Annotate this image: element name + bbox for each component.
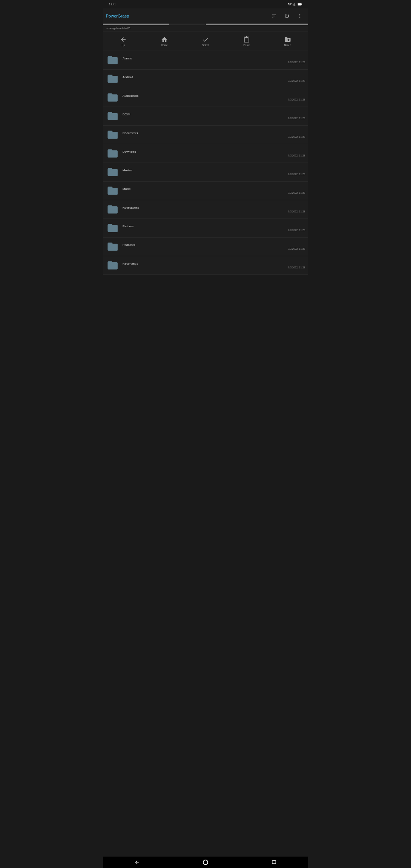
- file-item[interactable]: Android 7/7/2022, 11:28: [103, 70, 308, 88]
- file-date: 7/7/2022, 11:28: [288, 191, 305, 194]
- file-name: DCIM: [123, 113, 130, 116]
- file-name: Alarms: [123, 57, 132, 60]
- nav-home-button[interactable]: Home: [155, 35, 174, 48]
- file-date: 7/7/2022, 11:28: [288, 98, 305, 101]
- home-icon: [161, 36, 168, 43]
- battery-icon: [298, 2, 302, 6]
- file-item[interactable]: DCIM 7/7/2022, 11:28: [103, 107, 308, 126]
- more-button[interactable]: [295, 11, 305, 21]
- status-time: 11:41: [109, 3, 116, 6]
- app-bar: PowerGrasp: [103, 8, 308, 24]
- signal-icon: [293, 2, 296, 6]
- file-item[interactable]: Pictures 7/7/2022, 11:28: [103, 219, 308, 238]
- scroll-thumb-left: [103, 24, 169, 25]
- file-item[interactable]: Podcasts 7/7/2022, 11:28: [103, 238, 308, 256]
- folder-icon: [106, 203, 119, 216]
- file-name: Android: [123, 75, 133, 79]
- file-date: 7/7/2022, 11:28: [288, 154, 305, 157]
- file-list: Alarms 7/7/2022, 11:28 Android 7/7/2022,…: [103, 51, 308, 275]
- file-name: Podcasts: [123, 243, 135, 247]
- file-name: Recordings: [123, 262, 138, 265]
- file-item[interactable]: Movies 7/7/2022, 11:28: [103, 163, 308, 182]
- file-date: 7/7/2022, 11:28: [288, 229, 305, 231]
- file-name: Movies: [123, 169, 132, 172]
- file-item[interactable]: Audiobooks 7/7/2022, 11:28: [103, 88, 308, 107]
- nav-new-folder-button[interactable]: New f.: [279, 35, 297, 48]
- scroll-track-right: [206, 24, 309, 25]
- app-title: PowerGrasp: [106, 14, 266, 18]
- svg-rect-2: [298, 3, 301, 5]
- file-name: Music: [123, 187, 131, 191]
- nav-up-button[interactable]: Up: [114, 35, 132, 48]
- svg-rect-1: [301, 4, 302, 5]
- file-name: Notifications: [123, 206, 139, 209]
- scroll-thumb-right: [206, 24, 309, 25]
- up-icon: [120, 36, 127, 43]
- file-date: 7/7/2022, 11:28: [288, 117, 305, 120]
- file-date: 7/7/2022, 11:28: [288, 136, 305, 138]
- file-name: Documents: [123, 131, 138, 135]
- paste-icon: [243, 36, 250, 43]
- folder-icon: [106, 147, 119, 160]
- nav-paste-button[interactable]: Paste: [237, 35, 256, 48]
- power-button[interactable]: [282, 11, 292, 21]
- scroll-track-left: [103, 24, 206, 25]
- folder-icon: [106, 53, 119, 67]
- file-date: 7/7/2022, 11:28: [288, 80, 305, 82]
- select-icon: [202, 36, 209, 43]
- file-name: Pictures: [123, 225, 134, 228]
- file-item[interactable]: Recordings 7/7/2022, 11:28: [103, 256, 308, 275]
- status-icons: [288, 2, 302, 6]
- nav-select-label: Select: [202, 44, 209, 46]
- file-name: Download: [123, 150, 136, 153]
- folder-icon: [106, 91, 119, 104]
- folder-icon: [106, 165, 119, 179]
- folder-icon: [106, 72, 119, 86]
- file-date: 7/7/2022, 11:28: [288, 266, 305, 269]
- sort-button[interactable]: [269, 11, 279, 21]
- file-item[interactable]: Alarms 7/7/2022, 11:28: [103, 51, 308, 70]
- nav-new-folder-label: New f.: [284, 44, 291, 46]
- nav-up-label: Up: [122, 44, 125, 46]
- file-item[interactable]: Notifications 7/7/2022, 11:28: [103, 200, 308, 219]
- folder-icon: [106, 258, 119, 272]
- folder-icon: [106, 109, 119, 123]
- file-date: 7/7/2022, 11:28: [288, 61, 305, 64]
- file-date: 7/7/2022, 11:28: [288, 210, 305, 213]
- folder-icon: [106, 128, 119, 142]
- file-name: Audiobooks: [123, 94, 139, 97]
- folder-icon: [106, 240, 119, 254]
- folder-icon: [106, 184, 119, 198]
- nav-paste-label: Paste: [244, 44, 250, 46]
- nav-select-button[interactable]: Select: [196, 35, 215, 48]
- file-item[interactable]: Music 7/7/2022, 11:28: [103, 182, 308, 200]
- scroll-indicators: [103, 24, 308, 25]
- file-date: 7/7/2022, 11:28: [288, 173, 305, 176]
- folder-icon: [106, 221, 119, 235]
- file-item[interactable]: Download 7/7/2022, 11:28: [103, 144, 308, 163]
- wifi-icon: [288, 2, 292, 6]
- power-icon: [284, 13, 290, 19]
- more-icon: [297, 13, 303, 19]
- file-date: 7/7/2022, 11:28: [288, 247, 305, 250]
- nav-home-label: Home: [161, 44, 167, 46]
- status-bar: 11:41: [103, 0, 308, 8]
- nav-toolbar: Up Home Select Paste: [103, 32, 308, 51]
- new-folder-icon: [284, 36, 291, 43]
- sort-icon: [271, 13, 277, 19]
- breadcrumb: /storage/emulated/0: [103, 25, 308, 32]
- file-item[interactable]: Documents 7/7/2022, 11:28: [103, 126, 308, 144]
